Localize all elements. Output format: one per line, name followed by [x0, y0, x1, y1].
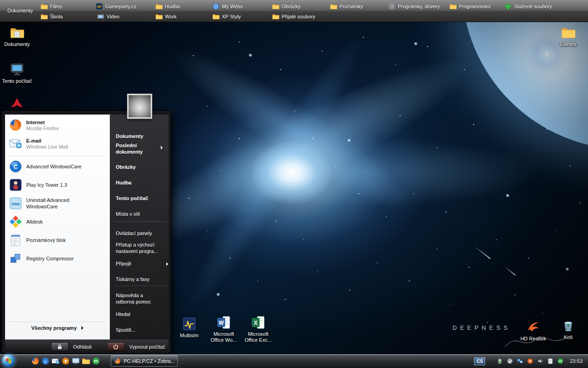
toolbar-item-dokumenty[interactable]: Dokumenty: [7, 8, 33, 13]
network-icon[interactable]: [516, 358, 523, 365]
desktop-icon-excel[interactable]: Microsoft Office Exc...: [242, 315, 275, 343]
start-menu-right-panel: Dokumenty Poslední dokumenty Obrázky Hud…: [110, 115, 169, 339]
antivirus-icon[interactable]: [526, 358, 533, 365]
folder-icon: [330, 3, 337, 10]
start-item-label: Play Icy Tower 1.3: [26, 182, 67, 188]
toolbar-item-my-webs[interactable]: My Webs: [212, 2, 243, 11]
taskbar-task-pc-help[interactable]: PC-HELP.CZ • Zobra...: [111, 355, 178, 367]
quicklaunch-show-desktop[interactable]: [72, 357, 80, 365]
toolbar-item-label: Filmy: [50, 4, 62, 9]
start-place-dokumenty[interactable]: Dokumenty: [116, 133, 165, 139]
start-recent-windowscare[interactable]: Advanced WindowsCare: [9, 160, 106, 173]
desktop-icon-label: Microsoft Office Exc...: [242, 331, 275, 343]
toolbar-item-gameparty[interactable]: Gameparty.cz: [96, 2, 136, 11]
desktop-icon-multisim[interactable]: Multisim: [173, 316, 206, 339]
altdesk-icon: [9, 215, 23, 229]
start-item-label: Místa v síti: [116, 211, 140, 217]
start-recent-icy-tower[interactable]: Play Icy Tower 1.3: [9, 178, 106, 192]
toolbar-item-skola[interactable]: Škola: [40, 12, 63, 21]
toolbar-item-obrazky[interactable]: Obrázky: [272, 2, 300, 11]
globe-icon: [212, 3, 220, 10]
language-indicator[interactable]: CS: [474, 357, 485, 365]
start-recent-uninstall-windowscare[interactable]: Uninstall Advanced WindowsCare: [9, 196, 106, 210]
desktop-icon-dokumenty[interactable]: Dokumenty: [0, 25, 34, 47]
toolbar-item-hudba[interactable]: Hudba: [155, 2, 180, 11]
start-recent-poznamkovy-blok[interactable]: Poznámkový blok: [9, 233, 106, 247]
toolbar-item-poznamky[interactable]: Poznámky: [330, 2, 363, 11]
usb-safely-remove-icon[interactable]: [506, 358, 513, 365]
logoff-label[interactable]: Odhlásit: [73, 344, 91, 350]
toolbar-item-video[interactable]: Video: [97, 12, 119, 21]
start-place-mista-v-siti[interactable]: Místa v síti: [116, 211, 165, 217]
shutdown-button[interactable]: [107, 342, 124, 351]
quicklaunch-media-player[interactable]: [62, 357, 70, 365]
toolbar-item-work[interactable]: Work: [155, 12, 176, 21]
desktop-icon-recycle-bin[interactable]: Koš: [552, 318, 585, 340]
start-pinned-internet[interactable]: Internet Mozilla Firefox: [9, 118, 106, 132]
start-system-tiskarny-faxy[interactable]: Tiskárny a faxy: [116, 276, 165, 282]
quicklaunch-firefox[interactable]: [31, 357, 40, 365]
start-item-label: Uninstall Advanced WindowsCare: [26, 197, 84, 210]
quicklaunch-internet-explorer[interactable]: [41, 357, 50, 365]
battery-icon[interactable]: [496, 358, 503, 365]
quicklaunch-mail[interactable]: [51, 357, 60, 365]
desktop-icon-tento-pocitac[interactable]: Tento počítač: [0, 62, 34, 84]
start-system-pristup-nastaveni[interactable]: Přístup a výchozí nastavení progra...: [116, 242, 164, 254]
task-button-label: PC-HELP.CZ • Zobra...: [124, 358, 175, 364]
desktop-icon-realtek[interactable]: HD Realtek: [517, 320, 550, 342]
start-system-pripojit[interactable]: Připojit: [116, 260, 165, 267]
folder-icon: [272, 3, 279, 10]
start-help-napoveda[interactable]: Nápověda a odborná pomoc: [116, 292, 154, 305]
toolbar-item-filmy[interactable]: Filmy: [40, 2, 62, 11]
quicklaunch-messenger[interactable]: [92, 357, 100, 365]
logoff-button[interactable]: [51, 342, 68, 351]
desktop-icon-adobe[interactable]: [9, 97, 25, 111]
toolbar-item-label: Poznámky: [339, 4, 363, 9]
desktop-icon-games[interactable]: Games: [552, 25, 585, 47]
messenger-icon[interactable]: [557, 358, 564, 365]
excel-icon: [251, 315, 266, 330]
start-system-ovladaci-panely[interactable]: Ovládací panely: [116, 230, 165, 236]
start-recent-registry-compressor[interactable]: Registry Compressor: [9, 252, 106, 265]
shutdown-label[interactable]: Vypnout počítač: [129, 344, 165, 350]
desktop-icon-word[interactable]: Microsoft Office Wo...: [207, 315, 240, 343]
toolbar-item-stazene-soubory[interactable]: Stažené soubory: [504, 2, 552, 11]
quicklaunch-folder[interactable]: [82, 357, 90, 365]
folder-icon: [561, 25, 576, 40]
start-place-hudba[interactable]: Hudba: [116, 179, 165, 186]
desktop-icon-label: Multisim: [180, 333, 198, 339]
toolbar-item-programovani[interactable]: Programování: [449, 2, 491, 11]
start-place-tento-pocitac[interactable]: Tento počítač: [116, 195, 165, 201]
wallpaper-title: DEEPNESS: [452, 324, 511, 331]
start-place-posledni-dokumenty[interactable]: Poslední dokumenty: [116, 142, 152, 155]
start-recent-altdesk[interactable]: Altdesk: [9, 215, 106, 229]
start-pinned-email[interactable]: E-mail Windows Live Mail: [9, 137, 106, 150]
toolbar-item-xp-styly[interactable]: XP Styly: [212, 12, 241, 21]
start-menu-footer: Odhlásit Vypnout počítač: [5, 339, 169, 353]
toolbar-item-prijate-soubory[interactable]: Přijaté soubory: [272, 12, 315, 21]
toolbar-item-label: My Webs: [222, 4, 243, 9]
toolbar-item-label: Hudba: [165, 4, 180, 9]
toolbar-item-label: Obrázky: [282, 4, 300, 9]
start-item-label: Připojit: [116, 261, 131, 266]
mail-icon: [9, 137, 23, 150]
recycle-bin-icon: [561, 318, 576, 333]
start-item-label: Poslední dokumenty: [116, 143, 143, 155]
start-item-label: Přístup a výchozí nastavení progra...: [116, 242, 158, 254]
volume-icon[interactable]: [537, 358, 543, 365]
arrow-right-icon: [81, 326, 84, 330]
toolbar-item-programky-drivery[interactable]: Prográmky, drivery: [388, 2, 440, 11]
realtek-icon: [526, 320, 541, 334]
system-tray: CS 23:53: [474, 354, 588, 368]
firefox-icon: [114, 358, 121, 364]
start-place-obrazky[interactable]: Obrázky: [116, 164, 165, 170]
start-help-spustit[interactable]: Spustit...: [116, 327, 165, 333]
user-avatar[interactable]: [127, 94, 152, 119]
clipboard-icon[interactable]: [547, 358, 554, 365]
start-button[interactable]: [2, 354, 15, 368]
all-programs-button[interactable]: Všechny programy: [5, 325, 110, 331]
folder-icon: [155, 13, 163, 20]
windows-flag-icon: [6, 358, 11, 363]
iobit-icon: [9, 196, 23, 210]
start-help-hledat[interactable]: Hledat: [116, 311, 165, 317]
